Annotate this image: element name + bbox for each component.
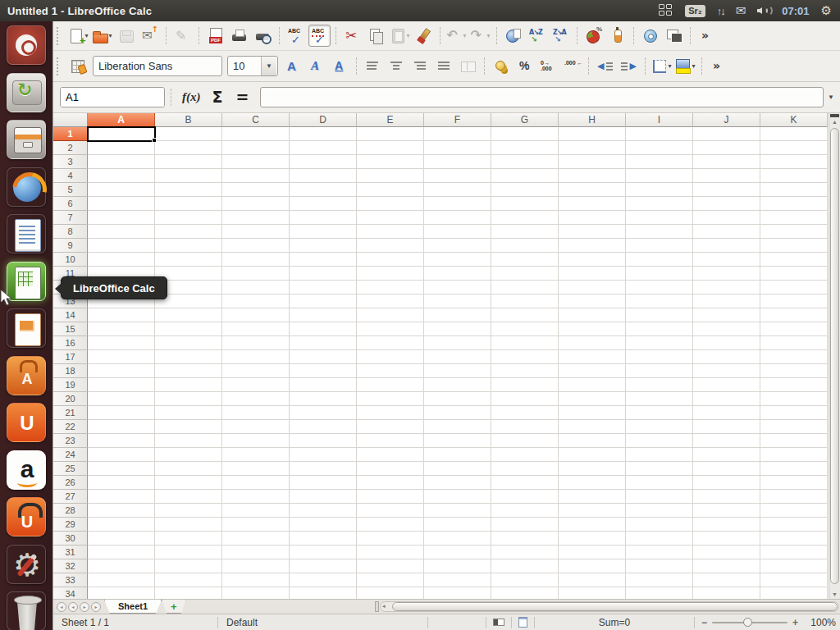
grid-cell[interactable] bbox=[155, 573, 222, 587]
grid-cell[interactable] bbox=[559, 546, 626, 559]
grid-cell[interactable] bbox=[222, 434, 290, 448]
grid-cell[interactable] bbox=[290, 322, 357, 336]
grid-cell[interactable] bbox=[88, 239, 155, 253]
percent-button[interactable] bbox=[514, 55, 536, 77]
cut-button[interactable] bbox=[341, 25, 363, 47]
grid-cell[interactable] bbox=[357, 141, 424, 155]
messaging-mail-icon[interactable]: ✉ bbox=[736, 3, 746, 18]
grid-cell[interactable] bbox=[760, 294, 828, 308]
grid-cell[interactable] bbox=[693, 155, 760, 169]
grid-cell[interactable] bbox=[424, 518, 491, 532]
row-header-33[interactable]: 33 bbox=[53, 573, 88, 587]
grid-cell[interactable] bbox=[155, 350, 222, 364]
row-header-15[interactable]: 15 bbox=[53, 322, 88, 336]
grid-cell[interactable] bbox=[222, 281, 290, 294]
grid-cell[interactable] bbox=[693, 336, 760, 350]
grid-cell[interactable] bbox=[760, 155, 828, 169]
grid-cell[interactable] bbox=[88, 169, 155, 183]
grid-cell[interactable] bbox=[155, 532, 222, 546]
toolbar-more-button[interactable] bbox=[707, 55, 729, 77]
grid-cell[interactable] bbox=[693, 573, 760, 587]
grid-cell[interactable] bbox=[357, 532, 424, 546]
grid-cell[interactable] bbox=[693, 504, 760, 518]
grid-cell[interactable] bbox=[760, 420, 828, 434]
row-header-24[interactable]: 24 bbox=[53, 448, 88, 462]
row-header-5[interactable]: 5 bbox=[53, 183, 88, 197]
row-header-10[interactable]: 10 bbox=[53, 253, 88, 267]
grid-cell[interactable] bbox=[491, 587, 559, 599]
grid-cell[interactable] bbox=[760, 253, 828, 267]
hyperlink-button[interactable] bbox=[502, 25, 524, 47]
zoom-out-icon[interactable]: − bbox=[701, 617, 707, 628]
font-size-combo[interactable]: ▼ bbox=[227, 56, 278, 76]
vertical-scrollbar[interactable]: ▲ ▼ bbox=[829, 113, 840, 599]
grid-cell[interactable] bbox=[88, 546, 155, 559]
grid-cell[interactable] bbox=[290, 504, 357, 518]
grid-cell[interactable] bbox=[88, 211, 155, 225]
spreadsheet-grid[interactable]: ABCDEFGHIJK 1234567891011121314151617181… bbox=[53, 113, 829, 599]
grid-cell[interactable] bbox=[626, 141, 693, 155]
grid-cell[interactable] bbox=[693, 267, 760, 281]
grid-cell[interactable] bbox=[357, 462, 424, 476]
grid-cell[interactable] bbox=[88, 197, 155, 211]
grid-cell[interactable] bbox=[424, 490, 491, 504]
grid-cell[interactable] bbox=[559, 559, 626, 573]
grid-cell[interactable] bbox=[290, 155, 357, 169]
borders-button[interactable]: ▾ bbox=[651, 55, 673, 77]
grid-cell[interactable] bbox=[88, 308, 155, 322]
grid-cell[interactable] bbox=[424, 434, 491, 448]
grid-cell[interactable] bbox=[626, 518, 693, 532]
grid-cell[interactable] bbox=[424, 322, 491, 336]
grid-cell[interactable] bbox=[491, 434, 559, 448]
column-header-F[interactable]: F bbox=[424, 113, 491, 127]
grid-cell[interactable] bbox=[424, 253, 491, 267]
background-color-button[interactable]: ▾ bbox=[674, 55, 696, 77]
currency-button[interactable] bbox=[490, 55, 512, 77]
grid-cell[interactable] bbox=[491, 239, 559, 253]
grid-cell[interactable] bbox=[693, 169, 760, 183]
grid-cell[interactable] bbox=[424, 392, 491, 406]
grid-cell[interactable] bbox=[88, 573, 155, 587]
row-header-7[interactable]: 7 bbox=[53, 211, 88, 225]
next-sheet-button[interactable]: ▸ bbox=[80, 602, 89, 612]
grid-cell[interactable] bbox=[222, 239, 290, 253]
grid-cell[interactable] bbox=[222, 197, 290, 211]
grid-cell[interactable] bbox=[559, 573, 626, 587]
grid-cell[interactable] bbox=[222, 392, 290, 406]
open-dropdown-icon[interactable]: ▾ bbox=[108, 32, 112, 39]
horizontal-scrollbar[interactable]: ◂ bbox=[380, 601, 839, 612]
grid-cell[interactable] bbox=[424, 308, 491, 322]
grid-cell[interactable] bbox=[357, 587, 424, 599]
grid-cell[interactable] bbox=[357, 392, 424, 406]
grid-cell[interactable] bbox=[357, 406, 424, 420]
grid-cell[interactable] bbox=[155, 141, 222, 155]
clock[interactable]: 07:01 bbox=[782, 5, 809, 17]
launcher-item-system-settings[interactable] bbox=[7, 545, 46, 584]
grid-cell[interactable] bbox=[155, 434, 222, 448]
row-header-32[interactable]: 32 bbox=[53, 559, 88, 573]
grid-cell[interactable] bbox=[626, 378, 693, 392]
grid-cell[interactable] bbox=[357, 420, 424, 434]
grid-cell[interactable] bbox=[155, 490, 222, 504]
row-header-20[interactable]: 20 bbox=[53, 392, 88, 406]
grid-cell[interactable] bbox=[222, 448, 290, 462]
grid-cell[interactable] bbox=[290, 532, 357, 546]
grid-cell[interactable] bbox=[491, 197, 559, 211]
grid-cell[interactable] bbox=[290, 336, 357, 350]
launcher-item-ubuntu-one[interactable] bbox=[7, 403, 46, 442]
grid-cell[interactable] bbox=[559, 336, 626, 350]
toolbar-more-button[interactable] bbox=[696, 25, 718, 47]
grid-cell[interactable] bbox=[222, 476, 290, 490]
borders-dropdown-icon[interactable]: ▾ bbox=[668, 62, 671, 70]
grid-cell[interactable] bbox=[357, 476, 424, 490]
grid-cell[interactable] bbox=[559, 197, 626, 211]
row-header-16[interactable]: 16 bbox=[53, 336, 88, 350]
row-header-14[interactable]: 14 bbox=[53, 308, 88, 322]
grid-cell[interactable] bbox=[693, 350, 760, 364]
row-header-8[interactable]: 8 bbox=[53, 225, 88, 239]
grid-cell[interactable] bbox=[222, 267, 290, 281]
align-center-button[interactable] bbox=[386, 55, 408, 77]
grid-cell[interactable] bbox=[222, 462, 290, 476]
copy-button[interactable] bbox=[365, 25, 387, 47]
grid-cell[interactable] bbox=[88, 434, 155, 448]
